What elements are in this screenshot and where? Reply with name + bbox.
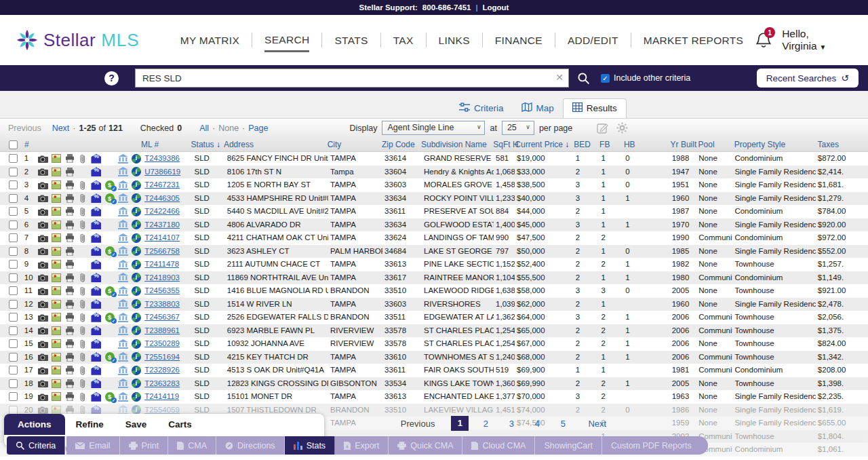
scene-photo-icon[interactable] bbox=[50, 299, 63, 310]
row-checkbox[interactable] bbox=[9, 326, 18, 335]
column-header-sqft-h[interactable]: SqFt H bbox=[491, 140, 513, 149]
clear-search-icon[interactable]: ✕ bbox=[555, 72, 564, 83]
include-other-criteria[interactable]: ✓ Include other criteria bbox=[601, 73, 690, 83]
row-checkbox[interactable] bbox=[9, 313, 18, 322]
bank-icon[interactable] bbox=[117, 232, 130, 244]
camera-icon[interactable] bbox=[37, 232, 50, 244]
stellar-mls-logo[interactable]: StellarMLS bbox=[15, 28, 140, 52]
percent-house-icon[interactable]: % bbox=[90, 364, 103, 376]
globe-info-icon[interactable]: i bbox=[130, 153, 143, 164]
camera-icon[interactable] bbox=[37, 338, 50, 349]
bank-icon[interactable] bbox=[117, 179, 130, 191]
action-button-directions[interactable]: Directions bbox=[216, 436, 285, 455]
row-checkbox[interactable] bbox=[9, 154, 18, 163]
nav-item-stats[interactable]: STATS bbox=[334, 29, 368, 51]
percent-house-icon[interactable]: % bbox=[90, 272, 103, 284]
globe-info-icon[interactable]: i bbox=[130, 311, 143, 323]
paperclip-icon[interactable] bbox=[77, 193, 90, 204]
printer-icon[interactable] bbox=[63, 311, 76, 323]
column-header-city[interactable]: City bbox=[326, 140, 380, 149]
scene-photo-icon[interactable] bbox=[50, 351, 63, 363]
scene-photo-icon[interactable] bbox=[50, 272, 63, 284]
action-button-quick-cma[interactable]: Quick CMA bbox=[389, 436, 462, 455]
camera-icon[interactable] bbox=[37, 325, 50, 337]
ml-number-link[interactable]: T2439386 bbox=[144, 154, 180, 162]
scene-photo-icon[interactable] bbox=[50, 232, 63, 244]
column-header-zip-code[interactable]: Zip Code bbox=[380, 140, 419, 149]
printer-icon[interactable] bbox=[63, 246, 76, 257]
scene-photo-icon[interactable] bbox=[50, 166, 63, 178]
row-checkbox[interactable] bbox=[9, 207, 18, 216]
camera-icon[interactable] bbox=[37, 153, 50, 164]
edit-pencil-icon[interactable] bbox=[597, 122, 608, 134]
select-all-link[interactable]: All bbox=[199, 123, 209, 133]
search-input[interactable] bbox=[135, 69, 569, 88]
row-checkbox[interactable] bbox=[9, 194, 18, 203]
nav-item-my-matrix[interactable]: MY MATRIX bbox=[180, 29, 239, 51]
camera-icon[interactable] bbox=[37, 351, 50, 363]
dollar-check-icon[interactable]: $✓ bbox=[103, 179, 116, 191]
column-header-#[interactable]: # bbox=[22, 140, 37, 149]
printer-icon[interactable] bbox=[63, 206, 76, 217]
ml-number-link[interactable]: U7386619 bbox=[144, 168, 180, 176]
percent-house-icon[interactable]: % bbox=[90, 391, 103, 402]
camera-icon[interactable] bbox=[37, 179, 50, 191]
previous-link[interactable]: Previous bbox=[8, 123, 41, 133]
camera-icon[interactable] bbox=[37, 272, 50, 284]
row-checkbox[interactable] bbox=[9, 180, 18, 189]
globe-info-icon[interactable]: i bbox=[130, 338, 143, 349]
select-none-link[interactable]: None bbox=[218, 123, 239, 133]
bank-icon[interactable] bbox=[117, 193, 130, 204]
camera-icon[interactable] bbox=[37, 258, 50, 270]
column-header-status[interactable]: Status ↓ bbox=[189, 140, 222, 149]
ml-number-link[interactable]: T2554059 bbox=[144, 406, 180, 414]
percent-house-icon[interactable]: % bbox=[90, 325, 103, 337]
select-all-checkbox[interactable] bbox=[9, 140, 18, 149]
percent-house-icon[interactable]: % bbox=[90, 206, 103, 217]
scene-photo-icon[interactable] bbox=[50, 338, 63, 349]
percent-house-icon[interactable]: % bbox=[90, 311, 103, 323]
bank-icon[interactable] bbox=[117, 311, 130, 323]
dollar-check-icon[interactable]: $✓ bbox=[103, 391, 116, 402]
bank-icon[interactable] bbox=[117, 153, 130, 164]
paperclip-icon[interactable] bbox=[77, 153, 90, 164]
column-header-subdivision-name[interactable]: Subdivision Name bbox=[419, 140, 491, 149]
printer-icon[interactable] bbox=[63, 364, 76, 376]
globe-info-icon[interactable]: i bbox=[130, 325, 143, 337]
printer-icon[interactable] bbox=[63, 166, 76, 178]
overlay-tab-carts[interactable]: Carts bbox=[157, 414, 203, 435]
nav-item-links[interactable]: LINKS bbox=[439, 29, 470, 51]
tab-map[interactable]: Map bbox=[513, 99, 563, 118]
column-header-property-style[interactable]: Property Style bbox=[732, 140, 816, 149]
globe-info-icon[interactable]: i bbox=[130, 272, 143, 284]
recent-searches-button[interactable]: Recent Searches ↺ bbox=[757, 69, 859, 88]
printer-icon[interactable] bbox=[63, 258, 76, 270]
dollar-check-icon[interactable]: $✓ bbox=[103, 351, 116, 363]
column-header-taxes[interactable]: Taxes bbox=[816, 140, 868, 149]
paperclip-icon[interactable] bbox=[77, 325, 90, 337]
globe-info-icon[interactable]: i bbox=[130, 232, 143, 244]
scene-photo-icon[interactable] bbox=[50, 206, 63, 217]
bank-icon[interactable] bbox=[117, 206, 130, 217]
paperclip-icon[interactable] bbox=[77, 206, 90, 217]
bank-icon[interactable] bbox=[117, 378, 130, 389]
column-header-hb[interactable]: HB bbox=[622, 140, 669, 149]
ml-number-link[interactable]: T2446305 bbox=[144, 194, 180, 202]
camera-icon[interactable] bbox=[37, 391, 50, 402]
percent-house-icon[interactable]: % bbox=[90, 179, 103, 191]
row-checkbox[interactable] bbox=[9, 392, 18, 401]
scene-photo-icon[interactable] bbox=[50, 285, 63, 296]
ml-number-link[interactable]: T2566758 bbox=[144, 247, 180, 255]
row-checkbox[interactable] bbox=[9, 168, 18, 176]
globe-info-icon[interactable]: i bbox=[130, 378, 143, 389]
tab-criteria[interactable]: Criteria bbox=[450, 99, 513, 118]
select-page-link[interactable]: Page bbox=[248, 123, 268, 133]
scene-photo-icon[interactable] bbox=[50, 325, 63, 337]
bank-icon[interactable] bbox=[117, 272, 130, 284]
row-checkbox[interactable] bbox=[9, 247, 18, 256]
globe-info-icon[interactable]: i bbox=[130, 285, 143, 296]
page-number-5[interactable]: 5 bbox=[550, 419, 576, 429]
percent-house-icon[interactable]: % bbox=[90, 351, 103, 363]
page-next[interactable]: Next bbox=[588, 419, 606, 429]
scene-photo-icon[interactable] bbox=[50, 378, 63, 389]
